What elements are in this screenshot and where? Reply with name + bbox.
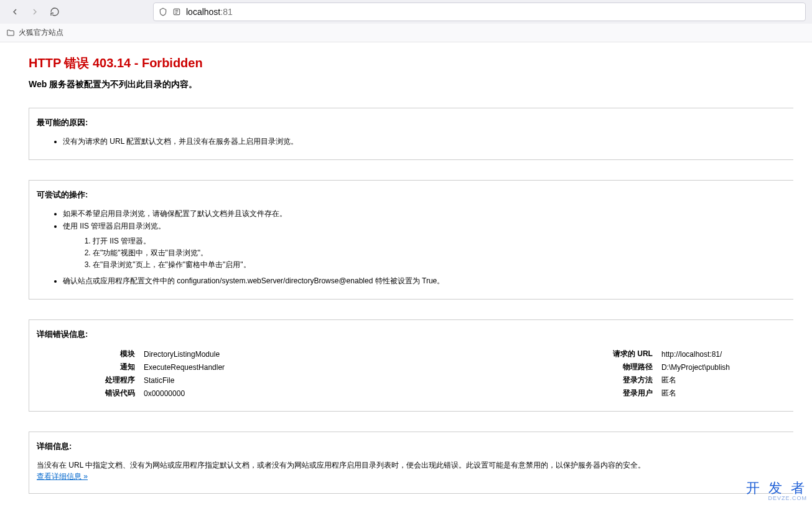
try-step: 在"功能"视图中，双击"目录浏览"。 (93, 247, 786, 258)
more-text: 当没有在 URL 中指定文档、没有为网站或应用程序指定默认文档，或者没有为网站或… (37, 460, 786, 471)
try-heading: 可尝试的操作: (37, 189, 786, 201)
try-item: 如果不希望启用目录浏览，请确保配置了默认文档并且该文件存在。 (63, 208, 786, 219)
back-button[interactable] (6, 3, 24, 21)
reload-button[interactable] (46, 3, 63, 21)
more-link[interactable]: 查看详细信息 » (37, 472, 88, 481)
error-page: HTTP 错误 403.14 - Forbidden Web 服务器被配置为不列… (0, 42, 812, 494)
try-item: 使用 IIS 管理器启用目录浏览。 (63, 220, 786, 232)
try-section: 可尝试的操作: 如果不希望启用目录浏览，请确保配置了默认文档并且该文件存在。 使… (29, 180, 793, 300)
try-step: 在"目录浏览"页上，在"操作"窗格中单击"启用"。 (93, 259, 786, 270)
try-item: 确认站点或应用程序配置文件中的 configuration/system.web… (63, 275, 786, 286)
site-info-icon (172, 7, 181, 16)
folder-icon (6, 29, 15, 37)
error-subtitle: Web 服务器被配置为不列出此目录的内容。 (29, 79, 793, 90)
cause-item: 没有为请求的 URL 配置默认文档，并且没有在服务器上启用目录浏览。 (63, 136, 786, 147)
detail-section: 详细错误信息: 模块DirectoryListingModule 通知Execu… (29, 319, 793, 412)
error-title: HTTP 错误 403.14 - Forbidden (29, 55, 793, 72)
forward-button[interactable] (26, 3, 44, 21)
browser-toolbar: localhost:81 (0, 0, 812, 24)
more-info-section: 详细信息: 当没有在 URL 中指定文档、没有为网站或应用程序指定默认文档，或者… (29, 432, 793, 494)
detail-table-left: 模块DirectoryListingModule 通知ExecuteReques… (105, 347, 225, 400)
url-text: localhost:81 (186, 7, 233, 17)
more-heading: 详细信息: (37, 441, 786, 452)
causes-heading: 最可能的原因: (37, 117, 786, 128)
bookmarks-bar: 火狐官方站点 (0, 24, 812, 42)
detail-heading: 详细错误信息: (37, 329, 786, 340)
detail-table-right: 请求的 URLhttp://localhost:81/ 物理路径D:\MyPro… (613, 347, 730, 400)
causes-section: 最可能的原因: 没有为请求的 URL 配置默认文档，并且没有在服务器上启用目录浏… (29, 108, 793, 160)
try-step: 打开 IIS 管理器。 (93, 235, 786, 247)
bookmark-item[interactable]: 火狐官方站点 (19, 27, 63, 38)
shield-icon (159, 7, 167, 16)
address-bar[interactable]: localhost:81 (153, 2, 806, 21)
